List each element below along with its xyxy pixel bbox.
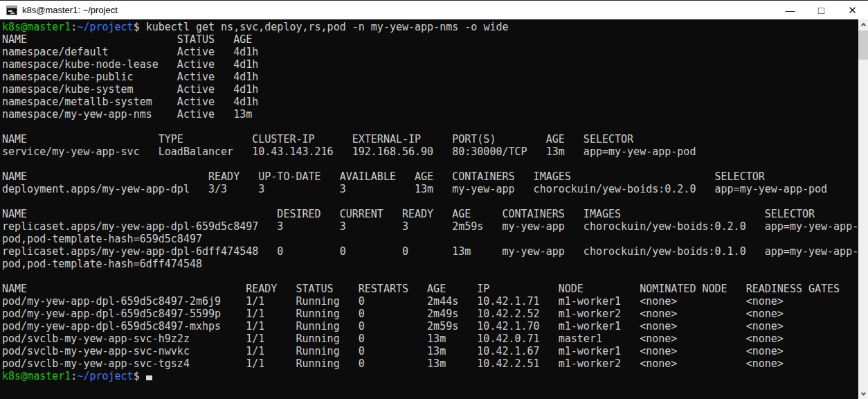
blank-line [2, 195, 858, 208]
pod-table-row: pod/svclb-my-yew-app-svc-h9z2z 1/1 Runni… [2, 332, 858, 345]
ns-table-row: namespace/kube-system Active 4d1h [2, 83, 858, 96]
maximize-button[interactable]: □ [806, 1, 837, 19]
prompt-symbol: $ [134, 21, 146, 33]
prompt-user-host: k8s@master1 [2, 21, 71, 33]
deploy-table-row: deployment.apps/my-yew-app-dpl 3/3 3 3 1… [2, 183, 858, 195]
minimize-button[interactable]: — [775, 1, 806, 19]
text-cursor [146, 375, 152, 380]
console-icon[interactable] [6, 6, 17, 15]
rs-table-row-wrap: pod,pod-template-hash=6dff474548 [2, 258, 858, 270]
ns-table-row: namespace/my-yew-app-nms Active 13m [2, 108, 858, 121]
pod-table-header: NAME READY STATUS RESTARTS AGE IP NODE N… [2, 283, 858, 295]
prompt-symbol: $ [134, 370, 146, 382]
deploy-table-header: NAME READY UP-TO-DATE AVAILABLE AGE CONT… [2, 170, 858, 183]
scroll-down-arrow[interactable] [858, 388, 868, 399]
rs-table-row: replicaset.apps/my-yew-app-dpl-6dff47454… [2, 245, 858, 258]
pod-table-row: pod/svclb-my-yew-app-svc-tgsz4 1/1 Runni… [2, 357, 858, 370]
svc-table-header: NAME TYPE CLUSTER-IP EXTERNAL-IP PORT(S)… [2, 133, 858, 145]
chevron-up-icon [860, 23, 865, 28]
blank-line [2, 158, 858, 170]
terminal-screen[interactable]: k8s@master1:~/project$ kubectl get ns,sv… [0, 19, 858, 399]
rs-table-row: replicaset.apps/my-yew-app-dpl-659d5c849… [2, 220, 858, 233]
window-title: k8s@master1: ~/project [22, 5, 118, 15]
ns-table-row: namespace/kube-public Active 4d1h [2, 71, 858, 83]
ns-table-row: namespace/default Active 4d1h [2, 46, 858, 58]
rs-table-header: NAME DESIRED CURRENT READY AGE CONTAINER… [2, 208, 858, 220]
window-controls: — □ ✕ [775, 1, 868, 19]
title-bar[interactable]: k8s@master1: ~/project — □ ✕ [0, 0, 868, 19]
prompt-line: k8s@master1:~/project$ [2, 370, 858, 382]
pod-table-row: pod/my-yew-app-dpl-659d5c8497-5599p 1/1 … [2, 308, 858, 320]
scrollbar[interactable] [858, 19, 868, 399]
prompt-cwd: ~/project [77, 370, 133, 382]
prompt-user-host: k8s@master1 [2, 370, 71, 382]
ns-table-row: namespace/metallb-system Active 4d1h [2, 96, 858, 108]
blank-line [2, 121, 858, 133]
pod-table-row: pod/my-yew-app-dpl-659d5c8497-mxhps 1/1 … [2, 320, 858, 332]
ns-table-row: namespace/kube-node-lease Active 4d1h [2, 58, 858, 71]
scroll-up-arrow[interactable] [858, 19, 868, 30]
terminal-window: k8s@master1: ~/project — □ ✕ k8s@master1… [0, 0, 868, 399]
ns-table-header: NAME STATUS AGE [2, 33, 858, 46]
pod-table-row: pod/svclb-my-yew-app-svc-nwvkc 1/1 Runni… [2, 345, 858, 357]
blank-line [2, 270, 858, 283]
pod-table-row: pod/my-yew-app-dpl-659d5c8497-2m6j9 1/1 … [2, 295, 858, 308]
close-button[interactable]: ✕ [837, 1, 868, 19]
command-line: k8s@master1:~/project$ kubectl get ns,sv… [2, 21, 858, 33]
rs-table-row-wrap: pod,pod-template-hash=659d5c8497 [2, 233, 858, 245]
svc-table-row: service/my-yew-app-svc LoadBalancer 10.4… [2, 145, 858, 158]
prompt-cwd: ~/project [77, 21, 133, 33]
chevron-down-icon [860, 391, 865, 396]
scrollbar-thumb[interactable] [858, 30, 868, 60]
command-text: kubectl get ns,svc,deploy,rs,pod -n my-y… [146, 21, 509, 33]
